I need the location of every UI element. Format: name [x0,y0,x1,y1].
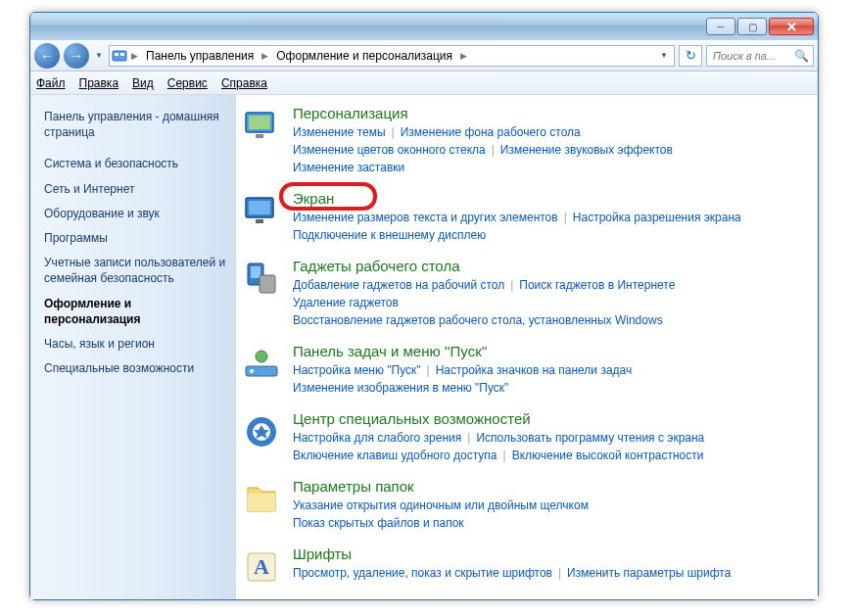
category-link[interactable]: Просмотр, удаление, показ и скрытие шриф… [293,566,552,580]
sidebar-item[interactable]: Часы, язык и регион [44,336,226,352]
breadcrumb-root[interactable]: Панель управления [142,49,258,63]
category-link[interactable]: Изменение фона рабочего стола [401,125,581,139]
menu-edit[interactable]: Правка [79,76,119,90]
svg-rect-8 [256,219,263,223]
category-link[interactable]: Изменение изображения в меню "Пуск" [293,381,508,395]
category: AШрифтыПросмотр, удаление, показ и скрыт… [240,545,814,587]
category-link[interactable]: Изменение размеров текста и других элеме… [293,211,558,224]
minimize-button[interactable]: ─ [706,18,735,35]
link-separator: | [486,143,500,157]
sidebar-home-link[interactable]: Панель управления - домашняя страница [44,109,226,140]
category: Центр специальных возможностейНастройка … [240,410,814,464]
category: ЭкранИзменение размеров текста и других … [240,190,814,244]
category-title[interactable]: Персонализация [293,105,408,121]
category-link[interactable]: Добавление гаджетов на рабочий стол [293,278,504,292]
sidebar-item[interactable]: Сеть и Интернет [44,181,226,197]
category-link[interactable]: Изменение цветов оконного стекла [293,143,486,157]
sidebar-item[interactable]: Оборудование и звук [44,206,226,221]
category-links: Настройка для слабого зрения|Использоват… [293,429,814,464]
svg-rect-5 [256,134,263,138]
category-link[interactable]: Показ скрытых файлов и папок [293,516,464,530]
category-link[interactable]: Поиск гаджетов в Интернете [519,278,675,292]
close-button[interactable]: ✕ [769,18,814,35]
category-link[interactable]: Использовать программу чтения с экрана [476,431,704,445]
control-panel-icon [112,48,127,64]
forward-button[interactable]: → [64,43,89,69]
window-controls: ─ ▢ ✕ [706,18,814,35]
body: Панель управления - домашняя страница Си… [30,95,818,599]
category-icon [240,343,283,397]
refresh-button[interactable]: ↻ [679,45,702,67]
category-link[interactable]: Подключение к внешнему дисплею [293,228,486,242]
control-panel-window: ─ ▢ ✕ ← → ▼ ▶ Панель управления ▶ Оформл… [29,12,819,600]
sidebar-item[interactable]: Оформление и персонализация [44,296,226,327]
sidebar-item[interactable]: Специальные возможности [44,360,226,376]
category-icon [240,478,283,532]
svg-rect-2 [120,53,124,56]
category-icon: A [240,545,283,587]
category-title[interactable]: Центр специальных возможностей [293,410,531,427]
category-link[interactable]: Включение высокой контрастности [512,449,704,462]
menu-view[interactable]: Вид [132,76,154,90]
search-box[interactable]: 🔍 [706,45,814,67]
link-separator: | [558,211,573,224]
search-icon[interactable]: 🔍 [794,49,809,63]
category-links: Просмотр, удаление, показ и скрытие шриф… [293,564,814,582]
category-title[interactable]: Гаджеты рабочего стола [293,258,459,274]
breadcrumb-current[interactable]: Оформление и персонализация [272,49,456,63]
category: Гаджеты рабочего столаДобавление гаджето… [240,258,814,329]
category-link[interactable]: Настройка значков на панели задач [436,363,633,377]
category-links: Добавление гаджетов на рабочий стол|Поис… [293,276,814,329]
category-link[interactable]: Настройка разрешения экрана [573,211,741,224]
sidebar-item[interactable]: Система и безопасность [44,156,226,171]
category-title[interactable]: Экран [293,190,334,207]
category-link[interactable]: Указание открытия одиночным или двойным … [293,498,589,512]
category-link[interactable]: Настройка для слабого зрения [293,431,461,445]
back-button[interactable]: ← [34,43,60,69]
category-links: Указание открытия одиночным или двойным … [293,497,814,532]
category-link[interactable]: Настройка меню "Пуск" [293,363,421,377]
svg-point-13 [250,369,254,373]
menu-file[interactable]: Файл [36,76,66,90]
main-content: ПерсонализацияИзменение темы|Изменение ф… [236,95,818,599]
search-input[interactable] [711,49,789,63]
sidebar: Панель управления - домашняя страница Си… [30,95,236,599]
chevron-right-icon: ▶ [129,51,140,61]
category-links: Изменение размеров текста и других элеме… [293,209,814,244]
category-links: Изменение темы|Изменение фона рабочего с… [293,123,814,176]
category-link[interactable]: Удаление гаджетов [293,296,399,309]
menubar: Файл Правка Вид Сервис Справка [30,71,818,95]
category-link[interactable]: Включение клавиш удобного доступа [293,449,497,462]
category: ПерсонализацияИзменение темы|Изменение ф… [240,105,814,176]
navbar: ← → ▼ ▶ Панель управления ▶ Оформление и… [30,40,818,71]
sidebar-item[interactable]: Учетные записи пользователей и семейная … [44,255,226,286]
sidebar-item[interactable]: Программы [44,230,226,246]
link-separator: | [497,449,512,462]
svg-rect-17 [248,494,275,511]
maximize-button[interactable]: ▢ [737,18,767,35]
menu-help[interactable]: Справка [221,76,267,90]
svg-rect-1 [115,53,118,56]
chevron-right-icon: ▶ [260,51,270,61]
category-title[interactable]: Параметры папок [293,478,414,495]
address-dropdown-icon[interactable]: ▼ [656,51,672,60]
svg-rect-11 [260,275,275,293]
menu-tools[interactable]: Сервис [167,76,208,90]
category-link[interactable]: Восстановление гаджетов рабочего стола, … [293,313,663,327]
category-title[interactable]: Шрифты [293,545,352,562]
nav-history-dropdown[interactable]: ▼ [93,43,105,69]
category-link[interactable]: Изменить параметры шрифта [567,566,731,580]
category-link[interactable]: Изменение темы [293,125,386,139]
category-link[interactable]: Изменение заставки [293,161,404,174]
category-link[interactable]: Изменение звуковых эффектов [500,143,673,157]
link-separator: | [552,566,567,580]
link-separator: | [421,363,436,377]
svg-point-14 [256,351,267,362]
category-icon [240,105,283,176]
category-title[interactable]: Панель задач и меню ''Пуск'' [293,343,488,359]
link-separator: | [386,125,401,139]
svg-text:A: A [254,554,269,579]
category-icon [240,190,283,244]
address-bar[interactable]: ▶ Панель управления ▶ Оформление и персо… [109,45,675,67]
category-icon [240,258,283,329]
